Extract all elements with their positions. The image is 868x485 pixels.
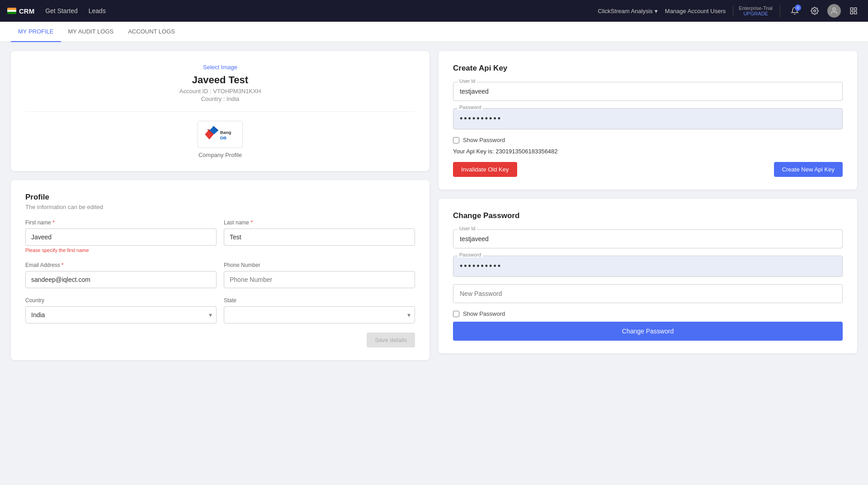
tab-account-logs[interactable]: ACCOUNT LOGS	[121, 22, 182, 42]
last-name-group: Last name *	[224, 219, 415, 253]
api-show-password-row: Show Password	[453, 137, 843, 143]
api-key-display: Your Api Key is: 2301913506183356482	[453, 148, 843, 155]
invalidate-key-button[interactable]: Invalidate Old Key	[453, 162, 517, 177]
cp-show-password-checkbox[interactable]	[453, 311, 459, 317]
tabs-bar: MY PROFILE MY AUDIT LOGS ACCOUNT LOGS	[0, 22, 868, 42]
profile-summary-card: Select Image Javeed Test Account ID : VT…	[11, 51, 429, 171]
svg-point-1	[833, 8, 835, 10]
tab-my-audit-logs[interactable]: MY AUDIT LOGS	[61, 22, 121, 42]
last-name-label: Last name *	[224, 219, 415, 226]
country-label: Country	[25, 297, 217, 304]
api-user-id-label: User Id	[458, 78, 477, 84]
flag-icon	[7, 8, 16, 14]
company-logo-container: Bang DB Company Profile	[25, 121, 415, 158]
svg-text:DB: DB	[220, 135, 226, 140]
settings-button[interactable]	[807, 4, 822, 18]
api-show-password-checkbox[interactable]	[453, 137, 459, 143]
nav-get-started[interactable]: Get Started	[45, 7, 78, 14]
api-show-password-label[interactable]: Show Password	[463, 137, 505, 143]
form-actions: Save details	[25, 333, 415, 347]
profile-form-card: Profile The information can be edited Fi…	[11, 180, 429, 360]
profile-header: Select Image Javeed Test Account ID : VT…	[25, 64, 415, 112]
notification-badge: 0	[795, 5, 801, 11]
first-name-input[interactable]	[25, 228, 217, 246]
top-navigation: CRM Get Started Leads ClickStream Analys…	[0, 0, 868, 22]
phone-group: Phone Number	[224, 262, 415, 288]
api-user-id-input[interactable]	[453, 82, 843, 101]
manage-account-users[interactable]: Manage Account Users	[665, 8, 726, 14]
topnav-right: ClickStream Analysis ▾ Manage Account Us…	[598, 4, 861, 18]
notifications-button[interactable]: 0	[788, 4, 802, 18]
cp-user-id-field: User Id	[453, 229, 843, 248]
change-password-card: Change Password User Id Password Show Pa…	[439, 199, 857, 353]
profile-country: Country : India	[25, 95, 415, 102]
country-select-wrapper: India United States ▾	[25, 306, 217, 323]
change-password-button[interactable]: Change Password	[453, 322, 843, 341]
last-name-input[interactable]	[224, 228, 415, 246]
state-label: State	[224, 297, 415, 304]
phone-input[interactable]	[224, 271, 415, 288]
state-select[interactable]	[224, 306, 415, 323]
country-group: Country India United States ▾	[25, 297, 217, 323]
profile-account-id: Account ID : VTOHPM3N1KXH	[25, 88, 415, 95]
country-select[interactable]: India United States	[25, 306, 217, 323]
profile-form-subtitle: The information can be edited	[25, 204, 415, 210]
profile-name: Javeed Test	[25, 74, 415, 86]
clickstream-analysis-menu[interactable]: ClickStream Analysis ▾	[598, 8, 657, 14]
svg-rect-3	[854, 8, 857, 10]
cp-password-input[interactable]	[453, 256, 843, 277]
enterprise-badge: Enterprise-Trial UPGRADE	[733, 5, 773, 16]
cp-show-password-label[interactable]: Show Password	[463, 310, 505, 317]
grid-menu-button[interactable]	[846, 4, 861, 18]
email-input[interactable]	[25, 271, 217, 288]
cp-password-label: Password	[458, 252, 483, 257]
main-content: Select Image Javeed Test Account ID : VT…	[0, 42, 868, 369]
state-group: State ▾	[224, 297, 415, 323]
profile-form-title: Profile	[25, 193, 415, 202]
company-profile-label: Company Profile	[198, 152, 242, 158]
select-image-link[interactable]: Select Image	[25, 64, 415, 71]
save-details-button[interactable]: Save details	[367, 333, 415, 347]
api-key-buttons: Invalidate Old Key Create New Api Key	[453, 162, 843, 177]
analysis-label: ClickStream Analysis	[598, 8, 652, 14]
email-group: Email Address *	[25, 262, 217, 288]
user-avatar[interactable]	[827, 4, 841, 18]
svg-rect-2	[850, 8, 853, 10]
create-api-key-button[interactable]: Create New Api Key	[774, 162, 843, 177]
upgrade-link[interactable]: UPGRADE	[743, 11, 768, 16]
first-name-label: First name *	[25, 219, 217, 226]
company-logo: Bang DB	[198, 121, 243, 148]
first-name-group: First name * Please specify the first na…	[25, 219, 217, 253]
enterprise-trial-label: Enterprise-Trial	[739, 5, 773, 11]
svg-text:Bang: Bang	[220, 130, 231, 135]
cp-password-field: Password	[453, 256, 843, 277]
svg-rect-4	[850, 12, 853, 14]
change-password-title: Change Password	[453, 211, 843, 220]
cp-new-password-input[interactable]	[453, 284, 843, 303]
api-key-card-title: Create Api Key	[453, 64, 843, 73]
state-select-wrapper: ▾	[224, 306, 415, 323]
phone-label: Phone Number	[224, 262, 415, 268]
topnav-icons: 0	[788, 4, 861, 18]
api-user-id-field: User Id	[453, 82, 843, 101]
cp-show-password-row: Show Password	[453, 310, 843, 317]
create-api-key-card: Create Api Key User Id Password Show Pas…	[439, 51, 857, 190]
chevron-down-icon: ▾	[655, 8, 658, 14]
api-password-label: Password	[458, 105, 483, 110]
bangdb-logo-svg: Bang DB	[200, 123, 241, 146]
brand-logo[interactable]: CRM	[7, 7, 34, 15]
first-name-hint: Please specify the first name	[25, 247, 217, 253]
svg-point-0	[814, 10, 816, 12]
api-password-field: Password	[453, 108, 843, 129]
profile-form-grid: First name * Please specify the first na…	[25, 219, 415, 323]
cp-new-password-field	[453, 284, 843, 303]
tab-my-profile[interactable]: MY PROFILE	[11, 22, 61, 42]
brand-name: CRM	[19, 7, 34, 15]
svg-rect-5	[854, 12, 857, 14]
cp-user-id-input[interactable]	[453, 229, 843, 248]
nav-leads[interactable]: Leads	[89, 7, 106, 14]
api-password-input[interactable]	[453, 108, 843, 129]
cp-user-id-label: User Id	[458, 226, 477, 231]
profile-form-header: Profile The information can be edited	[25, 193, 415, 210]
email-label: Email Address *	[25, 262, 217, 268]
